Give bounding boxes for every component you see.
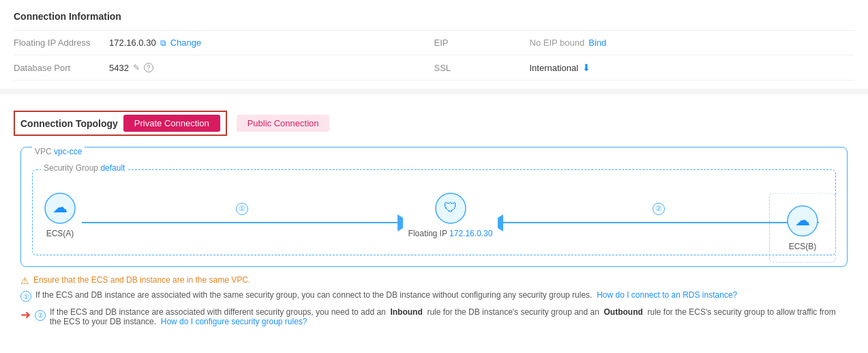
ecs-b-icon: ☁ (786, 205, 819, 238)
bind-link[interactable]: Bind (588, 38, 606, 48)
sg-label: Security Group default (41, 163, 128, 173)
arrow1-number: ① (236, 203, 248, 215)
floating-ip-value: 172.16.0.30 (109, 38, 156, 48)
ssl-label: SSL (434, 63, 530, 73)
security-group-box: Security Group default ☁ ECS(A) ① (32, 169, 836, 255)
info1-line: ① If the ECS and DB instance are associa… (20, 290, 848, 302)
info2-link[interactable]: How do I configure security group rules? (161, 317, 308, 326)
eip-status: No EIP bound (530, 38, 585, 48)
warning-icon: ⚠ (20, 275, 29, 286)
question-icon[interactable]: ? (144, 63, 153, 72)
info2-outbound: Outbound (604, 307, 643, 317)
topology-section: Connection Topology Private Connection P… (14, 102, 854, 343)
topology-title: Connection Topology (20, 118, 118, 129)
arrow1-line (82, 218, 403, 228)
arrow2-number: ② (653, 203, 665, 215)
ecs-a-node: ☁ ECS(A) (44, 192, 76, 238)
svg-text:🛡: 🛡 (444, 200, 458, 215)
ecs-b-node: ☁ ECS(B) (769, 193, 836, 263)
floating-ip-label: Floating IP Address (14, 38, 109, 48)
ssl-row: SSL International ⬇ (434, 55, 855, 81)
info2-text: If the ECS and DB instance are associate… (50, 307, 848, 326)
topology-diagram: VPC vpc-cce Security Group default ☁ ECS… (20, 147, 848, 267)
arrow2-head (498, 218, 503, 228)
page-container: Connection Information Floating IP Addre… (0, 0, 868, 353)
arrow1-head (398, 218, 403, 228)
svg-text:☁: ☁ (53, 199, 68, 216)
warning-text: Ensure that the ECS and DB instance are … (33, 275, 250, 285)
info2-line: ➜ ② If the ECS and DB instance are assoc… (20, 307, 848, 326)
arrow1-section: ① (76, 203, 408, 228)
info1-text: If the ECS and DB instance are associate… (35, 290, 737, 300)
floating-ip-node: 🛡 Floating IP 172.16.0.30 (408, 192, 493, 238)
warning-line: ⚠ Ensure that the ECS and DB instance ar… (20, 275, 848, 286)
info2-inbound: Inbound (390, 307, 422, 317)
download-icon[interactable]: ⬇ (582, 62, 590, 73)
ssl-value: International (530, 63, 579, 73)
vpc-label: VPC vpc-cce (32, 147, 85, 156)
connection-info-grid: Floating IP Address 172.16.0.30 ⧉ Change… (14, 30, 854, 81)
ecs-b-label: ECS(B) (789, 242, 817, 251)
db-port-label: Database Port (14, 63, 109, 73)
vpc-name: vpc-cce (54, 147, 82, 156)
topology-title-wrapper: Connection Topology Private Connection (14, 111, 227, 136)
tab-public-button[interactable]: Public Connection (237, 115, 330, 132)
db-port-row: Database Port 5432 ✎ ? (14, 55, 434, 81)
info2-num: ② (35, 310, 46, 321)
floating-ip-row: Floating IP Address 172.16.0.30 ⧉ Change (14, 31, 434, 55)
svg-text:☁: ☁ (795, 212, 810, 229)
db-port-value-group: 5432 ✎ ? (109, 63, 153, 73)
db-port-value: 5432 (109, 63, 129, 73)
warning-section: ⚠ Ensure that the ECS and DB instance ar… (20, 275, 848, 326)
tab-private-button[interactable]: Private Connection (123, 115, 220, 132)
floating-ip-value-group: 172.16.0.30 ⧉ Change (109, 38, 201, 48)
eip-value-group: No EIP bound Bind (530, 38, 607, 48)
section-divider (0, 89, 868, 94)
info1-link[interactable]: How do I connect to an RDS instance? (597, 290, 737, 300)
arrow1-bar (82, 222, 398, 223)
info1-num: ① (20, 291, 31, 302)
floating-ip-label-node: Floating IP 172.16.0.30 (408, 229, 493, 238)
ecs-a-icon: ☁ (44, 192, 76, 225)
floating-ip-addr: 172.16.0.30 (449, 229, 492, 238)
arrow-pointer-icon: ➜ (20, 307, 31, 322)
eip-label: EIP (434, 38, 530, 48)
connection-info-title: Connection Information (14, 11, 854, 22)
edit-icon[interactable]: ✎ (133, 63, 140, 72)
diagram-row: ☁ ECS(A) ① (44, 186, 824, 244)
floating-ip-icon: 🛡 (434, 192, 467, 225)
change-link[interactable]: Change (170, 38, 202, 48)
copy-icon[interactable]: ⧉ (160, 38, 166, 48)
sg-name: default (100, 163, 125, 173)
topology-header: Connection Topology Private Connection P… (14, 111, 854, 136)
ssl-value-group: International ⬇ (530, 62, 591, 73)
eip-row: EIP No EIP bound Bind (434, 31, 855, 55)
ecs-a-label: ECS(A) (46, 229, 74, 238)
